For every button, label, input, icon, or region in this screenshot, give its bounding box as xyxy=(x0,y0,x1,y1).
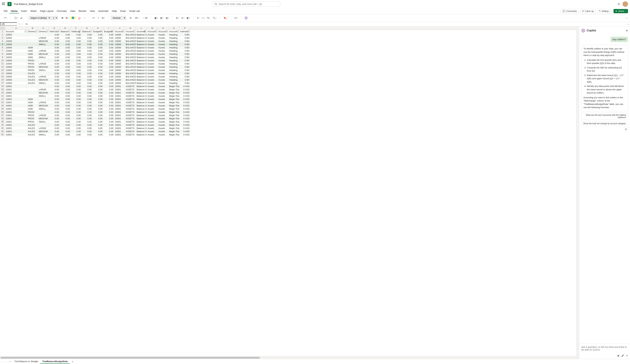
cell[interactable]: 0.00 xyxy=(103,127,114,130)
cell[interactable]: 0.00 xyxy=(92,36,103,39)
cell[interactable]: 0 ASS xyxy=(180,101,190,104)
cell[interactable]: ASSETS xyxy=(125,114,136,117)
cell[interactable] xyxy=(38,33,49,36)
cell[interactable]: 0 BA xyxy=(180,33,190,36)
table-header-cell[interactable]: NetBudg▾ xyxy=(71,30,82,33)
cell[interactable]: 0.00 xyxy=(60,69,71,72)
cell[interactable]: 0.00 xyxy=(103,49,114,52)
cell[interactable]: 0.00 xyxy=(71,94,82,98)
row-header[interactable]: 16 xyxy=(0,78,5,81)
copilot-send-icon[interactable]: ➤ xyxy=(626,354,628,357)
cell[interactable]: Assets xyxy=(158,114,168,117)
cell[interactable]: Assets xyxy=(147,75,158,78)
cell[interactable]: 10001 xyxy=(114,98,125,101)
cell[interactable] xyxy=(27,43,38,46)
cell[interactable]: LARGE xyxy=(38,114,49,117)
cell[interactable]: BALANCE SH xyxy=(125,69,136,72)
cell[interactable]: LARGE xyxy=(38,88,49,91)
cell[interactable]: 0.00 xyxy=(71,98,82,101)
row-header[interactable]: 18 xyxy=(0,85,5,88)
cell[interactable]: 0.00 xyxy=(60,72,71,75)
row-header[interactable]: 21 xyxy=(0,94,5,98)
cell[interactable]: 0.00 xyxy=(71,133,82,136)
cell[interactable]: 0.00 xyxy=(49,85,60,88)
cell[interactable]: PROD xyxy=(27,117,38,120)
cell[interactable]: 10000 xyxy=(114,75,125,78)
cell[interactable]: 10000 xyxy=(114,36,125,39)
cell[interactable]: 0.00 xyxy=(60,33,71,36)
cell[interactable] xyxy=(27,94,38,98)
cell[interactable]: 0.00 xyxy=(92,127,103,130)
cell[interactable]: 0.00 xyxy=(82,123,92,127)
cell[interactable]: Heading xyxy=(168,39,180,43)
cell[interactable]: 0.00 xyxy=(82,75,92,78)
cell[interactable]: 10001 xyxy=(114,130,125,133)
cell[interactable]: SMALL xyxy=(38,94,49,98)
cell[interactable]: ASSETS xyxy=(125,94,136,98)
cell[interactable]: 0 BA xyxy=(180,78,190,81)
cell[interactable]: PROD xyxy=(27,110,38,114)
ribbon-expand-button[interactable]: ▾ xyxy=(626,16,628,20)
cell[interactable]: 10000 xyxy=(114,52,125,56)
cell[interactable]: Begin-Total xyxy=(168,114,180,117)
filter-icon[interactable]: ▾ xyxy=(68,30,70,32)
cell[interactable]: 0.00 xyxy=(71,56,82,59)
cell[interactable]: Assets xyxy=(158,107,168,110)
cell[interactable]: 0.00 xyxy=(103,107,114,110)
row-header[interactable]: 8 xyxy=(0,52,5,56)
cell[interactable] xyxy=(38,59,49,62)
cell[interactable]: Begin-Total xyxy=(168,98,180,101)
sheet-prev-button[interactable]: ‹ xyxy=(1,360,4,363)
filter-icon[interactable]: ▾ xyxy=(25,30,27,32)
cell[interactable]: 10001 xyxy=(114,85,125,88)
cell[interactable]: 0.00 xyxy=(49,59,60,62)
cell[interactable]: 0 BA xyxy=(180,36,190,39)
cell[interactable]: Heading xyxy=(168,59,180,62)
filter-icon[interactable]: ▾ xyxy=(188,30,190,32)
cell[interactable] xyxy=(27,91,38,94)
cell[interactable]: LARGE xyxy=(38,75,49,78)
sheet-all-button[interactable]: ≡ xyxy=(8,360,12,363)
table-header-cell[interactable]: Indentat▾ xyxy=(180,30,190,33)
cell[interactable]: Balance She xyxy=(136,114,147,117)
cell[interactable]: Heading xyxy=(168,36,180,39)
cell[interactable]: Assets xyxy=(147,110,158,114)
cell[interactable]: 0.00 xyxy=(60,81,71,85)
cell[interactable]: ASSETS xyxy=(125,88,136,91)
cell[interactable]: BALANCE SH xyxy=(125,46,136,49)
cell[interactable]: 0.00 xyxy=(71,49,82,52)
cell[interactable]: Assets xyxy=(147,91,158,94)
cell[interactable]: 0.00 xyxy=(60,75,71,78)
cell[interactable]: 0.00 xyxy=(92,56,103,59)
cell[interactable]: SMALL xyxy=(38,120,49,123)
cell[interactable]: Assets xyxy=(147,85,158,88)
cell[interactable]: 0.00 xyxy=(49,49,60,52)
cell[interactable]: Assets xyxy=(147,39,158,43)
cell[interactable]: 0.00 xyxy=(71,52,82,56)
cell[interactable]: 0.00 xyxy=(103,98,114,101)
cell[interactable]: 0 ASS xyxy=(180,104,190,107)
cell[interactable]: 0.00 xyxy=(49,133,60,136)
sort-filter-button[interactable]: ⇅▾ xyxy=(206,16,211,20)
cell[interactable]: 10000 xyxy=(5,78,27,81)
cell[interactable]: 0.00 xyxy=(60,98,71,101)
cell[interactable]: SALES xyxy=(27,72,38,75)
cell[interactable]: SMALL xyxy=(38,107,49,110)
cell[interactable]: 0.00 xyxy=(92,98,103,101)
search-input[interactable] xyxy=(218,3,278,5)
cell[interactable]: 10000 xyxy=(5,62,27,65)
cell[interactable]: 0.00 xyxy=(82,39,92,43)
cell[interactable]: Assets xyxy=(147,43,158,46)
cell[interactable]: 0.00 xyxy=(60,104,71,107)
cell[interactable]: Assets xyxy=(147,52,158,56)
filter-icon[interactable]: ▾ xyxy=(144,30,146,32)
cell[interactable]: Assets xyxy=(158,104,168,107)
cell[interactable]: Assets xyxy=(158,56,168,59)
cell[interactable]: 10001 xyxy=(114,107,125,110)
cell[interactable]: Balance She xyxy=(136,46,147,49)
cell[interactable]: Assets xyxy=(147,49,158,52)
cell[interactable]: 0.00 xyxy=(92,72,103,75)
table-header-cell[interactable]: Account▾ xyxy=(168,30,180,33)
cell[interactable]: Balance She xyxy=(136,94,147,98)
decrease-decimal-button[interactable]: ←.00 xyxy=(141,16,148,20)
